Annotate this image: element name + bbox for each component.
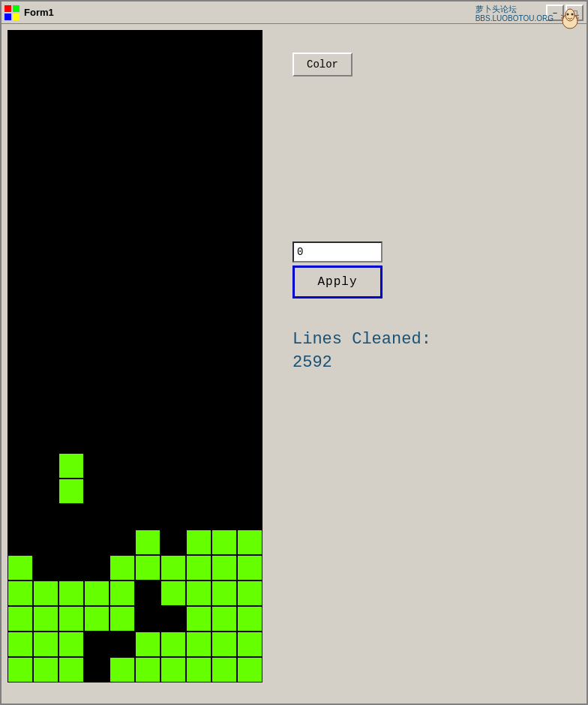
app-window: Form1 萝卜头论坛 BBS.LUOBOTOU.ORG bbox=[0, 0, 588, 705]
lines-cleaned-value: 2592 bbox=[292, 353, 332, 372]
title-bar: Form1 萝卜头论坛 BBS.LUOBOTOU.ORG bbox=[2, 2, 586, 24]
svg-line-10 bbox=[576, 15, 579, 16]
svg-rect-3 bbox=[13, 14, 20, 20]
svg-rect-0 bbox=[4, 5, 11, 12]
speed-input[interactable] bbox=[292, 242, 382, 262]
lines-cleaned-label: Lines Cleaned: bbox=[292, 330, 431, 349]
main-content: Color Apply Lines Cleaned: 2592 bbox=[2, 24, 586, 704]
svg-point-7 bbox=[572, 14, 574, 16]
controls-panel: Color Apply Lines Cleaned: 2592 bbox=[262, 30, 580, 698]
svg-rect-2 bbox=[4, 14, 11, 20]
watermark-icon bbox=[556, 4, 584, 32]
window-title: Form1 bbox=[24, 7, 546, 18]
watermark-url: BBS.LUOBOTOU.ORG bbox=[476, 14, 554, 23]
color-button[interactable]: Color bbox=[292, 52, 352, 76]
svg-rect-1 bbox=[13, 5, 20, 12]
watermark-line1: 萝卜头论坛 bbox=[476, 4, 554, 14]
watermark: 萝卜头论坛 BBS.LUOBOTOU.ORG bbox=[476, 4, 584, 32]
tetris-canvas bbox=[8, 30, 262, 682]
apply-button[interactable]: Apply bbox=[292, 266, 382, 298]
lines-cleaned-display: Lines Cleaned: 2592 bbox=[292, 328, 431, 375]
app-icon bbox=[4, 5, 20, 20]
game-canvas bbox=[8, 30, 262, 682]
svg-line-8 bbox=[561, 15, 564, 16]
svg-point-6 bbox=[567, 14, 569, 16]
speed-input-group: Apply bbox=[292, 242, 382, 298]
